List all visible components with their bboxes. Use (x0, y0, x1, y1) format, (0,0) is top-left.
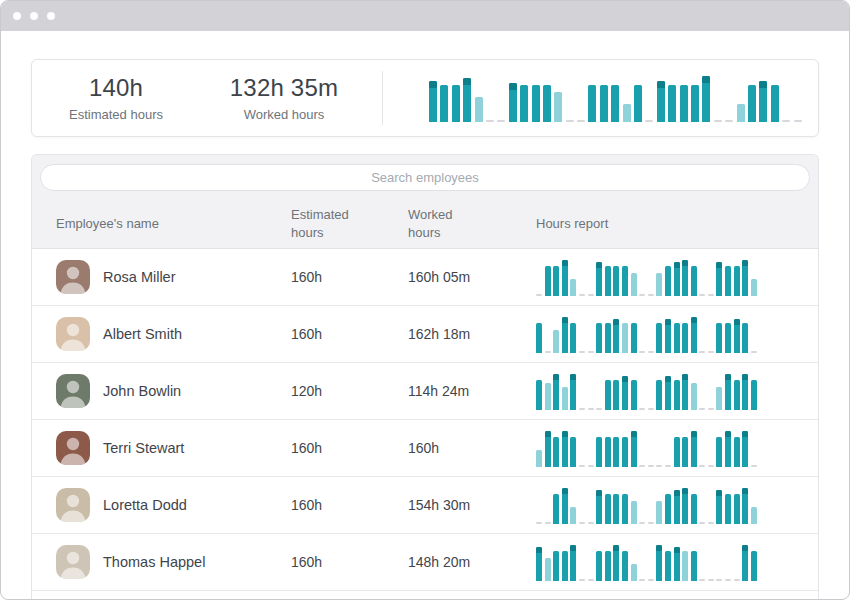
employees-table: Employee's name Estimated hours Worked h… (31, 154, 819, 600)
estimated-hours-cell: 160h (291, 440, 408, 456)
person-silhouette-icon (56, 317, 90, 351)
employee-row[interactable]: Loretta Dodd 160h 154h 30m (32, 477, 818, 534)
summary-divider (382, 71, 383, 125)
window-control-dot[interactable] (13, 12, 21, 20)
employee-name-cell: Albert Smith (56, 317, 291, 351)
table-body: Rosa Miller 160h 160h 05m Albert Smith 1… (32, 249, 818, 600)
table-header-row: Employee's name Estimated hours Worked h… (32, 199, 818, 249)
employee-name: Rosa Miller (103, 269, 176, 285)
estimated-hours-value: 140h (32, 74, 200, 102)
employee-name-cell: Thomas Happel (56, 545, 291, 579)
worked-hours-cell: 148h 20m (408, 554, 536, 570)
employee-name: Thomas Happel (103, 554, 205, 570)
employee-avatar (56, 374, 90, 408)
employee-name: John Bowlin (103, 383, 181, 399)
column-header-employee-name: Employee's name (56, 215, 291, 233)
employee-avatar (56, 317, 90, 351)
worked-hours-metric: 132h 35m Worked hours (200, 74, 368, 122)
worked-hours-cell: 160h 05m (408, 269, 536, 285)
employee-avatar (56, 260, 90, 294)
person-silhouette-icon (56, 374, 90, 408)
window-control-dot[interactable] (30, 12, 38, 20)
estimated-hours-cell: 160h (291, 497, 408, 513)
window-titlebar (1, 1, 849, 31)
hours-report-sparkline (536, 429, 794, 467)
worked-hours-label: Worked hours (200, 107, 368, 122)
hours-report-sparkline (536, 258, 794, 296)
hours-report-sparkline (536, 486, 794, 524)
search-input[interactable] (40, 164, 810, 191)
employee-row[interactable]: Albert Smith 160h 162h 18m (32, 306, 818, 363)
person-silhouette-icon (56, 545, 90, 579)
column-header-estimated-hours: Estimated hours (291, 206, 363, 241)
person-silhouette-icon (56, 431, 90, 465)
estimated-hours-metric: 140h Estimated hours (32, 74, 200, 122)
employee-name-cell: Loretta Dodd (56, 488, 291, 522)
main-content: 140h Estimated hours 132h 35m Worked hou… (1, 59, 849, 600)
worked-hours-cell: 154h 30m (408, 497, 536, 513)
employee-name-cell: John Bowlin (56, 374, 291, 408)
employee-name-cell: Rosa Miller (56, 260, 291, 294)
employee-avatar (56, 545, 90, 579)
employee-row[interactable] (32, 591, 818, 600)
worked-hours-cell: 160h (408, 440, 536, 456)
estimated-hours-cell: 160h (291, 269, 408, 285)
person-silhouette-icon (56, 488, 90, 522)
employee-row[interactable]: Thomas Happel 160h 148h 20m (32, 534, 818, 591)
estimated-hours-cell: 160h (291, 554, 408, 570)
estimated-hours-label: Estimated hours (32, 107, 200, 122)
worked-hours-cell: 162h 18m (408, 326, 536, 342)
employee-name: Terri Stewart (103, 440, 184, 456)
hours-report-sparkline (536, 543, 794, 581)
estimated-hours-cell: 160h (291, 326, 408, 342)
worked-hours-cell: 114h 24m (408, 383, 536, 399)
worked-hours-value: 132h 35m (200, 74, 368, 102)
search-bar-area (32, 155, 818, 199)
employee-row[interactable]: Terri Stewart 160h 160h (32, 420, 818, 477)
employee-name: Loretta Dodd (103, 497, 187, 513)
employee-avatar (56, 488, 90, 522)
column-header-hours-report: Hours report (536, 215, 794, 233)
employee-name-cell: Terri Stewart (56, 431, 291, 465)
app-window: 140h Estimated hours 132h 35m Worked hou… (0, 0, 850, 600)
column-header-worked-hours: Worked hours (408, 206, 480, 241)
employee-name: Albert Smith (103, 326, 182, 342)
window-control-dot[interactable] (47, 12, 55, 20)
summary-card: 140h Estimated hours 132h 35m Worked hou… (31, 59, 819, 137)
employee-avatar (56, 431, 90, 465)
employee-row[interactable]: John Bowlin 120h 114h 24m (32, 363, 818, 420)
hours-report-sparkline (536, 372, 794, 410)
employee-row[interactable]: Rosa Miller 160h 160h 05m (32, 249, 818, 306)
estimated-hours-cell: 120h (291, 383, 408, 399)
person-silhouette-icon (56, 260, 90, 294)
hours-report-sparkline (536, 315, 794, 353)
monthly-hours-chart (429, 74, 805, 122)
